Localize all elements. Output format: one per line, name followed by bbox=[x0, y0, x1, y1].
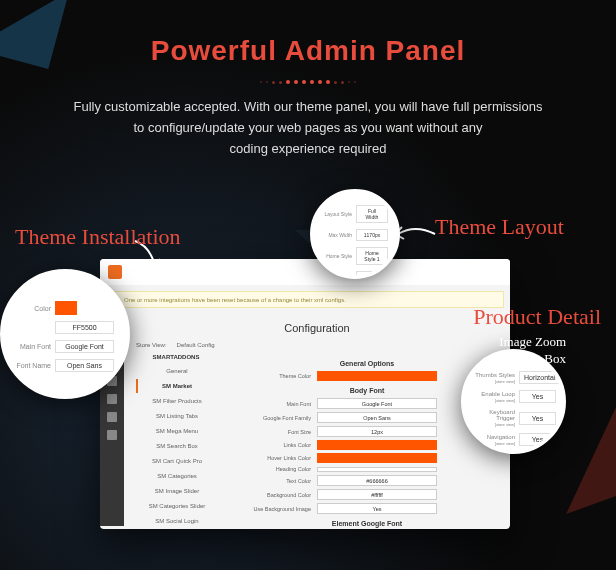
nav-icon[interactable] bbox=[107, 394, 117, 404]
annotation-install: Theme Installation bbox=[15, 224, 181, 250]
tab-general[interactable]: General bbox=[136, 364, 216, 378]
tab-sm-market[interactable]: SM Market bbox=[136, 379, 216, 393]
tab-item[interactable]: SM Filter Products bbox=[136, 394, 216, 408]
field-label: Use Background Image bbox=[236, 506, 311, 512]
tab-item[interactable]: SM Cart Quick Pro bbox=[136, 454, 216, 468]
input-text[interactable]: #666666 bbox=[317, 475, 437, 486]
color-swatch bbox=[55, 301, 77, 315]
input-size[interactable]: 12px bbox=[317, 426, 437, 437]
tab-item[interactable]: SM Categories Slider bbox=[136, 499, 216, 513]
field-label: Text Color bbox=[236, 478, 311, 484]
field-label: Main Font bbox=[236, 401, 311, 407]
field-label: Links Color bbox=[236, 442, 311, 448]
description: Fully customizable accepted. With our th… bbox=[43, 97, 573, 159]
tab-item[interactable]: SM Search Box bbox=[136, 439, 216, 453]
select-main-font[interactable]: Google Font bbox=[317, 398, 437, 409]
page-title: Powerful Admin Panel bbox=[0, 35, 616, 67]
admin-panel: ⚠ One or more integrations have been res… bbox=[100, 259, 510, 529]
divider-dots bbox=[0, 79, 616, 85]
section-body-font: Body Font bbox=[236, 387, 498, 394]
input-heading[interactable] bbox=[317, 467, 437, 472]
color-field[interactable] bbox=[317, 440, 437, 450]
color-field[interactable] bbox=[317, 371, 437, 381]
field-label: Hover Links Color bbox=[236, 455, 311, 461]
annotation-detail: Product Detail bbox=[473, 304, 601, 330]
select-gfont[interactable]: Open Sans bbox=[317, 412, 437, 423]
field-label: Theme Color bbox=[236, 373, 311, 379]
input-bg[interactable]: #ffffff bbox=[317, 489, 437, 500]
zoom-bubble-install: Color FF5500 Main FontGoogle Font Font N… bbox=[0, 269, 130, 399]
scope-label: Store View: bbox=[136, 342, 167, 348]
magento-icon bbox=[108, 265, 122, 279]
field-label: Background Color bbox=[236, 492, 311, 498]
section-gfont: Element Google Font bbox=[236, 520, 498, 527]
vendor-label: SMARTADDONS bbox=[136, 354, 216, 360]
field-label: Heading Color bbox=[236, 466, 311, 472]
annotation-layout: Theme Layout bbox=[435, 214, 564, 240]
tab-item[interactable]: SM Image Slider bbox=[136, 484, 216, 498]
color-field[interactable] bbox=[317, 453, 437, 463]
tab-item[interactable]: SM Social Login bbox=[136, 514, 216, 528]
tab-item[interactable]: SM Categories bbox=[136, 469, 216, 483]
alert-banner: ⚠ One or more integrations have been res… bbox=[106, 291, 504, 308]
config-title: Configuration bbox=[136, 322, 498, 334]
zoom-bubble-layout: Layout StyleFull Width Max Width1170px H… bbox=[310, 189, 400, 279]
nav-icon[interactable] bbox=[107, 430, 117, 440]
select-bg-img[interactable]: Yes bbox=[317, 503, 437, 514]
scope-select[interactable]: Default Config bbox=[177, 342, 215, 348]
field-label: Font Size bbox=[236, 429, 311, 435]
tab-item[interactable]: SM Listing Tabs bbox=[136, 409, 216, 423]
annotation-sublabel: Image ZoomLight Box bbox=[499, 334, 566, 368]
field-label: Google Font Family bbox=[236, 415, 311, 421]
nav-icon[interactable] bbox=[107, 412, 117, 422]
tab-item[interactable]: SM Mega Menu bbox=[136, 424, 216, 438]
section-general: General Options bbox=[236, 360, 498, 367]
